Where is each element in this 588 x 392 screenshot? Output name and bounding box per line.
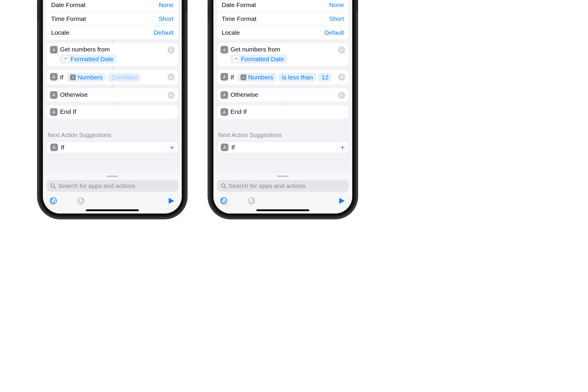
- search-field[interactable]: Search for apps and actions: [46, 180, 178, 192]
- locale-value: Default: [324, 29, 344, 36]
- variable-token-numbers[interactable]: Numbers: [67, 73, 106, 82]
- operator-token[interactable]: is less than: [278, 73, 316, 82]
- power-button: [356, 0, 358, 12]
- search-icon: [220, 183, 226, 189]
- undo-button[interactable]: [219, 196, 228, 205]
- add-suggestion-button[interactable]: +: [340, 144, 345, 151]
- number-icon: [50, 46, 58, 54]
- action-title: Get numbers from: [230, 46, 280, 53]
- action-title: End If: [60, 108, 76, 115]
- flow-connector: [43, 66, 182, 70]
- calendar-icon: [63, 56, 69, 62]
- flow-connector: [213, 39, 352, 43]
- action-title: End If: [230, 108, 247, 115]
- run-button[interactable]: [167, 196, 176, 205]
- screen: Date Format None Time Format Short Local…: [43, 0, 182, 213]
- volume-down-button: [208, 1, 209, 22]
- locale-row[interactable]: Locale Default: [217, 26, 349, 39]
- locale-label: Locale: [51, 29, 69, 36]
- time-format-row[interactable]: Time Format Short: [217, 12, 349, 26]
- screen: Date Format None Time Format Short Local…: [213, 0, 352, 213]
- action-otherwise[interactable]: Otherwise: [46, 88, 178, 102]
- time-format-label: Time Format: [51, 15, 86, 22]
- volume-down-button: [37, 1, 39, 22]
- action-title: If: [230, 74, 234, 81]
- time-format-row[interactable]: Time Format Short: [46, 12, 178, 26]
- power-button: [186, 0, 188, 12]
- variable-token-numbers[interactable]: Numbers: [238, 73, 276, 82]
- undo-button[interactable]: [49, 196, 58, 205]
- delete-action-button[interactable]: [168, 74, 175, 81]
- action-title: If: [60, 74, 64, 81]
- date-format-value: None: [329, 1, 344, 9]
- calendar-icon: [233, 56, 239, 62]
- action-get-numbers[interactable]: Get numbers from Formatted Date: [217, 43, 349, 66]
- flow-connector: [43, 102, 182, 105]
- branch-icon: [50, 91, 58, 99]
- suggestion-label: If: [61, 144, 64, 151]
- date-format-label: Date Format: [51, 1, 86, 9]
- action-if[interactable]: If Numbers is less than 12: [217, 70, 349, 85]
- branch-icon: [50, 108, 58, 116]
- locale-row[interactable]: Locale Default: [46, 26, 178, 39]
- home-indicator[interactable]: [86, 209, 139, 211]
- drawer-grabber[interactable]: [277, 176, 289, 177]
- action-if[interactable]: If Numbers Condition: [46, 70, 178, 85]
- delete-action-button[interactable]: [168, 92, 175, 99]
- branch-icon: [220, 91, 228, 99]
- number-icon: [240, 74, 246, 80]
- delete-action-button[interactable]: [168, 46, 175, 54]
- delete-action-button[interactable]: [338, 74, 345, 81]
- suggestion-if[interactable]: If +: [46, 141, 178, 153]
- action-title: Otherwise: [230, 91, 258, 98]
- action-title: Get numbers from: [60, 46, 110, 53]
- flow-connector: [213, 85, 352, 88]
- phone-frame: Date Format None Time Format Short Local…: [209, 0, 356, 218]
- variable-token-formatted-date[interactable]: Formatted Date: [60, 55, 116, 64]
- search-placeholder: Search for apps and actions: [229, 182, 306, 189]
- action-get-numbers[interactable]: Get numbers from Formatted Date: [46, 43, 178, 66]
- date-format-row[interactable]: Date Format None: [217, 0, 349, 12]
- action-drawer[interactable]: Search for apps and actions: [213, 173, 352, 213]
- flow-connector: [213, 102, 352, 105]
- add-suggestion-button[interactable]: +: [170, 144, 174, 151]
- run-button[interactable]: [338, 196, 346, 205]
- action-otherwise[interactable]: Otherwise: [217, 88, 349, 102]
- branch-icon: [220, 108, 228, 116]
- suggestions-header: Next Action Suggestions: [48, 132, 177, 139]
- drawer-grabber[interactable]: [106, 176, 118, 177]
- action-title: Otherwise: [60, 91, 88, 98]
- home-indicator[interactable]: [256, 209, 309, 211]
- action-end-if[interactable]: End If: [46, 105, 178, 119]
- value-token[interactable]: 12: [318, 73, 331, 82]
- number-icon: [220, 46, 228, 54]
- action-end-if[interactable]: End If: [217, 105, 349, 119]
- phone-frame: Date Format None Time Format Short Local…: [39, 0, 186, 218]
- redo-button[interactable]: [247, 196, 256, 205]
- time-format-value: Short: [159, 15, 173, 22]
- date-format-label: Date Format: [222, 1, 256, 9]
- flow-connector: [43, 85, 182, 88]
- branch-icon: [220, 73, 228, 81]
- search-field[interactable]: Search for apps and actions: [217, 180, 349, 192]
- flow-connector: [43, 39, 182, 43]
- time-format-label: Time Format: [222, 15, 256, 22]
- suggestion-label: If: [231, 144, 235, 151]
- number-icon: [70, 74, 76, 80]
- suggestion-if[interactable]: If +: [217, 141, 349, 153]
- branch-icon: [221, 144, 228, 151]
- flow-connector: [213, 66, 352, 70]
- variable-token-formatted-date[interactable]: Formatted Date: [230, 55, 287, 64]
- date-format-row[interactable]: Date Format None: [46, 0, 178, 12]
- branch-icon: [50, 73, 58, 81]
- format-settings-group: Date Format None Time Format Short Local…: [46, 0, 178, 39]
- search-placeholder: Search for apps and actions: [58, 182, 135, 189]
- condition-placeholder-token[interactable]: Condition: [108, 73, 141, 82]
- delete-action-button[interactable]: [338, 92, 345, 99]
- search-icon: [50, 183, 56, 189]
- format-settings-group: Date Format None Time Format Short Local…: [217, 0, 349, 39]
- redo-button[interactable]: [76, 196, 85, 205]
- delete-action-button[interactable]: [338, 46, 345, 54]
- date-format-value: None: [159, 1, 173, 9]
- action-drawer[interactable]: Search for apps and actions: [43, 173, 182, 213]
